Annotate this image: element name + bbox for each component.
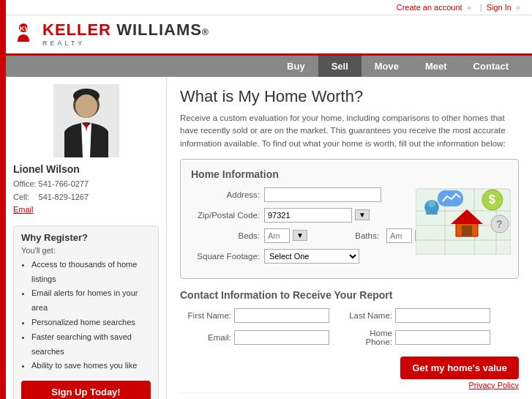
email-label: Email:	[180, 333, 231, 342]
get-value-button[interactable]: Get my home's value	[400, 357, 519, 379]
home-phone-label: Home Phone:	[341, 329, 392, 346]
zip-label: Zip/Postal Code:	[191, 211, 264, 220]
first-name-field: First Name:	[180, 308, 329, 323]
beds-label: Beds:	[191, 231, 264, 240]
why-register-subtitle: You'll get:	[21, 246, 151, 255]
beds-input[interactable]	[264, 228, 290, 243]
kw-logo-text: KELLER WILLIAMS® REALTY	[42, 22, 209, 47]
nav-sell[interactable]: Sell	[318, 56, 361, 77]
bottom-text: When you're looking for a partner to hel…	[180, 392, 519, 399]
nav-buy[interactable]: Buy	[274, 56, 318, 77]
signup-button[interactable]: Sign Up Today!	[21, 381, 151, 399]
agent-info: Office: 541-766-0277 Cell: 541-829-1267 …	[13, 178, 159, 217]
cell-phone: 541-829-1267	[39, 191, 91, 204]
sqft-select[interactable]: Select One Under 500 sq ft 500-1000 sq f…	[264, 249, 359, 264]
home-info-form: Home Information	[180, 159, 519, 279]
svg-point-17	[428, 200, 435, 207]
last-name-field: Last Name:	[341, 308, 490, 323]
baths-label: Baths:	[310, 231, 383, 240]
email-input[interactable]	[234, 330, 329, 345]
main-layout: Lionel Wilson Office: 541-766-0277 Cell:…	[0, 77, 532, 399]
svg-text:KW: KW	[20, 25, 31, 32]
home-phone-input[interactable]	[395, 330, 490, 345]
office-phone: 541-766-0277	[39, 178, 91, 191]
contact-form-title: Contact Information to Receive Your Repo…	[180, 289, 519, 301]
agent-silhouette-icon	[53, 84, 119, 157]
contact-form: Contact Information to Receive Your Repo…	[180, 289, 519, 389]
nav-move[interactable]: Move	[361, 56, 412, 77]
agent-email-link[interactable]: Email	[13, 205, 34, 214]
why-register-list: Access to thousands of home listings Ema…	[21, 258, 151, 373]
agent-photo	[53, 84, 119, 157]
red-left-bar	[0, 0, 6, 399]
sqft-group: Select One Under 500 sq ft 500-1000 sq f…	[264, 249, 359, 264]
baths-input[interactable]	[386, 228, 412, 243]
svg-text:?: ?	[496, 218, 503, 230]
home-phone-field: Home Phone:	[341, 329, 490, 346]
benefit-3: Personalized home searches	[31, 316, 151, 330]
top-bar: Create an account » | Sign In »	[0, 0, 532, 15]
address-label: Address:	[191, 190, 264, 199]
cell-label: Cell:	[13, 191, 39, 204]
why-register-box: Why Register? You'll get: Access to thou…	[13, 225, 159, 399]
sign-in-chevrons: »	[516, 3, 520, 12]
name-row: First Name: Last Name:	[180, 308, 519, 323]
logo-bar: KW KELLER WILLIAMS® REALTY	[0, 15, 532, 56]
zip-input[interactable]	[264, 208, 352, 223]
last-name-input[interactable]	[395, 308, 490, 323]
page-intro: Receive a custom evaluation for your hom…	[180, 112, 519, 150]
top-bar-separator: |	[480, 3, 482, 12]
sidebar: Lionel Wilson Office: 541-766-0277 Cell:…	[6, 77, 167, 399]
why-register-title: Why Register?	[21, 232, 151, 243]
brand-tagline: REALTY	[42, 40, 209, 47]
address-input[interactable]	[264, 187, 381, 202]
last-name-label: Last Name:	[341, 311, 392, 320]
contact-row-2: Email: Home Phone:	[180, 329, 519, 346]
beds-baths-group: ▼ Baths: ▼	[264, 228, 430, 243]
kw-logo-icon: KW	[10, 21, 37, 48]
top-bar-chevrons: »	[467, 3, 471, 12]
svg-text:$: $	[489, 193, 495, 206]
benefit-1: Access to thousands of home listings	[31, 258, 151, 287]
nav-bar: Buy Sell Move Meet Contact	[0, 56, 532, 77]
svg-rect-14	[462, 225, 472, 236]
content-area: What is My Home Worth? Receive a custom …	[167, 77, 532, 399]
beds-dropdown-icon[interactable]: ▼	[293, 230, 307, 241]
benefit-5: Ability to save homes you like	[31, 359, 151, 373]
sqft-label: Square Footage:	[191, 252, 264, 261]
zip-field-group: ▼	[264, 208, 370, 223]
first-name-label: First Name:	[180, 311, 231, 320]
office-label: Office:	[13, 178, 39, 191]
home-illustration: $ ?	[416, 167, 511, 255]
brand-name: KELLER WILLIAMS®	[42, 22, 209, 38]
nav-contact[interactable]: Contact	[460, 56, 522, 77]
page-title: What is My Home Worth?	[180, 87, 519, 106]
first-name-input[interactable]	[234, 308, 329, 323]
sign-in-link[interactable]: Sign In	[487, 3, 512, 12]
privacy-policy-link[interactable]: Privacy Policy	[469, 381, 519, 389]
zip-dropdown-icon[interactable]: ▼	[355, 209, 370, 220]
home-illustration-svg: $ ?	[416, 167, 511, 255]
benefit-2: Email alerts for homes in your area	[31, 286, 151, 316]
benefit-4: Faster searching with saved searches	[31, 330, 151, 359]
email-field: Email:	[180, 330, 329, 345]
nav-meet[interactable]: Meet	[412, 56, 460, 77]
svg-point-5	[75, 94, 97, 118]
create-account-link[interactable]: Create an account	[397, 3, 462, 12]
agent-name: Lionel Wilson	[13, 163, 159, 175]
